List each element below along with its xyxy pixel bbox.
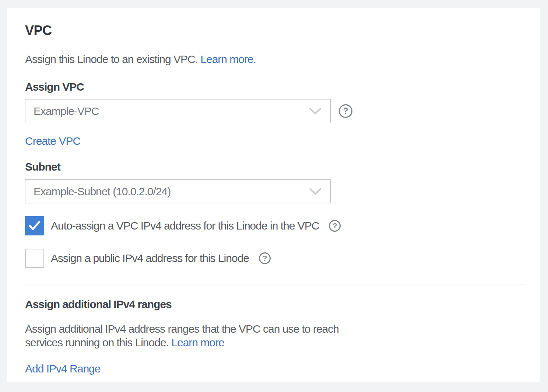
section-divider (24, 284, 525, 284)
vpc-description-text: Assign this Linode to an existing VPC. (25, 53, 198, 65)
public-ipv4-checkbox[interactable] (25, 249, 44, 268)
assign-vpc-select[interactable]: Example-VPC (25, 99, 331, 123)
create-vpc-link[interactable]: Create VPC (25, 134, 80, 148)
add-ipv4-range-link[interactable]: Add IPv4 Range (25, 362, 100, 375)
ipv4-ranges-title: Assign additional IPv4 ranges (25, 298, 525, 311)
auto-assign-vpc-ipv4-label: Auto-assign a VPC IPv4 address for this … (51, 219, 319, 232)
check-icon (28, 220, 41, 231)
auto-assign-help-icon[interactable]: ? (329, 220, 341, 232)
chevron-down-icon (309, 188, 322, 195)
subnet-select-row: Example-Subnet (10.0.2.0/24) (25, 179, 525, 203)
chevron-down-icon (309, 108, 322, 115)
public-ipv4-label: Assign a public IPv4 address for this Li… (51, 252, 249, 265)
question-mark-glyph: ? (333, 222, 337, 230)
public-ipv4-row: Assign a public IPv4 address for this Li… (25, 249, 525, 268)
assign-vpc-help-icon[interactable]: ? (339, 104, 352, 118)
assign-vpc-label: Assign VPC (25, 80, 525, 94)
public-ipv4-help-icon[interactable]: ? (259, 252, 271, 264)
question-mark-glyph: ? (343, 106, 348, 116)
ipv4-ranges-description: Assign additional IPv4 address ranges th… (25, 322, 373, 349)
vpc-panel: VPC Assign this Linode to an existing VP… (7, 8, 540, 382)
page-title: VPC (25, 23, 525, 38)
subnet-select-value: Example-Subnet (10.0.2.0/24) (34, 185, 171, 198)
subnet-label: Subnet (25, 160, 525, 174)
subnet-select[interactable]: Example-Subnet (10.0.2.0/24) (25, 179, 331, 203)
ipv4-ranges-learn-more-link[interactable]: Learn more (171, 336, 224, 349)
assign-vpc-select-row: Example-VPC ? (25, 99, 525, 123)
question-mark-glyph: ? (263, 254, 267, 263)
vpc-description: Assign this Linode to an existing VPC. L… (25, 53, 525, 66)
auto-assign-vpc-ipv4-row: Auto-assign a VPC IPv4 address for this … (25, 216, 525, 235)
auto-assign-vpc-ipv4-checkbox[interactable] (25, 216, 44, 235)
assign-vpc-select-value: Example-VPC (34, 105, 99, 118)
learn-more-link[interactable]: Learn more. (200, 53, 256, 65)
